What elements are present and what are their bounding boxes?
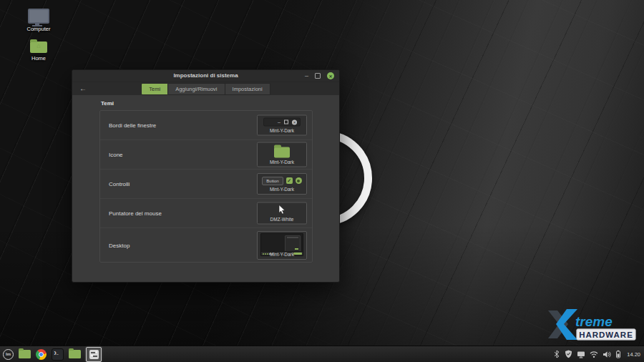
cursor-preview [278,205,286,215]
desktop-icon-home[interactable]: Home [19,41,59,62]
computer-icon [28,9,49,24]
tab-impostazioni[interactable]: Impostazioni [225,83,270,95]
folder-preview-icon [274,147,290,158]
demo-radio-icon [296,177,302,184]
window-title: Impostazioni di sistema [72,70,339,82]
display-icon[interactable] [577,351,585,358]
row-icons: Icone Mint-Y-Dark [100,140,312,170]
settings-window-button[interactable] [86,347,102,362]
mini-close-icon: ✕ [292,119,297,124]
desktop-icon-label: Computer [19,26,59,32]
controls-preview: Button ✓ [262,176,301,185]
home-folder-icon [30,41,47,53]
files-launcher[interactable] [19,350,31,358]
demo-checkbox-icon: ✓ [286,177,293,184]
mouse-cursor-icon [278,205,286,215]
mini-maximize-icon [284,120,288,124]
desktop-icon-computer[interactable]: Computer [19,9,59,32]
demo-button: Button [262,177,283,185]
tab-aggiungi-rimuovi[interactable]: Aggiungi/Rimuovi [168,83,225,95]
theme-value: Mint-Y-Dark [270,160,294,165]
logo-hardware-text: HARDWARE [579,331,633,339]
theme-value: Mint-Y-Dark [270,187,294,192]
window-content: Temi Bordi delle finestre – ✕ Mint-Y-Dar… [72,95,339,282]
theme-value: Mint-Y-Dark [270,252,294,258]
mini-minimize-icon: – [278,119,280,126]
row-label: Icone [109,152,123,158]
theme-value: Mint-Y-Dark [270,128,294,134]
chrome-launcher[interactable] [36,349,47,360]
files-window-button[interactable] [69,350,81,358]
row-desktop: Desktop Mint-Y-Dark [100,228,312,262]
shield-update-icon[interactable] [565,350,572,358]
system-tray: 14.20 [553,350,640,358]
settings-sliders-icon [89,350,99,359]
desktop-icon-label: Home [19,55,59,62]
row-label: Controlli [109,181,130,187]
window-titlebar[interactable]: Impostazioni di sistema – ✕ [72,70,339,82]
cursor-theme-picker[interactable]: DMZ-White [257,202,307,225]
row-label: Puntatore del mouse [109,210,162,217]
battery-icon[interactable] [615,350,621,358]
icon-theme-picker[interactable]: Mint-Y-Dark [257,142,307,167]
desktop-theme-picker[interactable]: Mint-Y-Dark [257,231,307,260]
close-button[interactable]: ✕ [327,72,334,79]
controls-theme-picker[interactable]: Button ✓ Mint-Y-Dark [257,173,307,195]
bluetooth-icon[interactable] [553,350,560,358]
maximize-button[interactable] [315,73,321,79]
taskbar: lm [0,346,644,362]
xtreme-hardware-logo: treme HARDWARE [544,309,640,345]
window-borders-theme-picker[interactable]: – ✕ Mint-Y-Dark [257,115,307,136]
terminal-launcher[interactable] [52,348,64,361]
window-toolbar: ← Temi Aggiungi/Rimuovi Impostazioni [72,82,339,96]
tab-bar: Temi Aggiungi/Rimuovi Impostazioni [141,83,270,95]
taskbar-clock[interactable]: 14.20 [627,351,640,358]
wifi-icon[interactable] [590,351,598,358]
volume-icon[interactable] [602,351,611,358]
system-settings-window: Impostazioni di sistema – ✕ ← Temi Aggiu… [72,69,340,283]
tab-temi[interactable]: Temi [141,83,168,95]
row-label: Desktop [109,242,130,248]
taskbar-launchers: lm [3,347,102,362]
back-button[interactable]: ← [79,82,87,95]
row-label: Bordi delle finestre [109,122,156,129]
logo-treme-text: treme [575,314,613,329]
mint-menu-button[interactable]: lm [3,349,14,360]
mini-menu-window [285,235,301,252]
theme-settings-list: Bordi delle finestre – ✕ Mint-Y-Dark Ico… [99,110,313,263]
mint-menu-icon: lm [6,352,11,356]
titlebar-preview: – ✕ [263,118,301,127]
minimize-button[interactable]: – [305,70,308,82]
row-mouse-pointer: Puntatore del mouse DMZ-White [100,199,312,228]
section-title: Temi [101,100,114,107]
theme-value: DMZ-White [270,217,294,222]
window-controls: – ✕ [305,70,334,82]
row-window-borders: Bordi delle finestre – ✕ Mint-Y-Dark [100,111,312,140]
row-controls: Controlli Button ✓ Mint-Y-Dark [100,170,312,199]
mini-taskbar-clock [293,253,302,255]
